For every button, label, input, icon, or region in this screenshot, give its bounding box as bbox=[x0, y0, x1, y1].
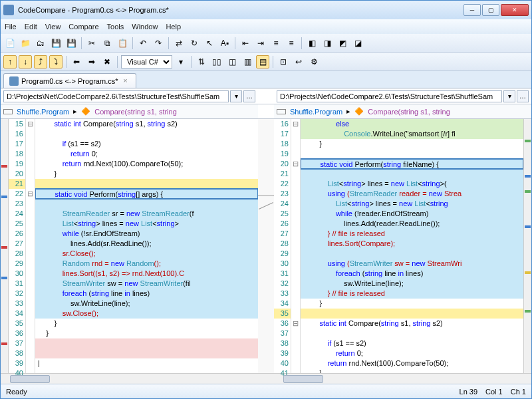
path-row: ▾ … ▾ … bbox=[1, 88, 531, 104]
menu-compare[interactable]: Compare bbox=[68, 23, 98, 31]
right-path-input[interactable] bbox=[277, 90, 502, 102]
method-icon: 🔶 bbox=[81, 107, 90, 116]
right-pane: 1617181920212223242526272829303132333435… bbox=[274, 119, 531, 373]
left-hscroll[interactable] bbox=[1, 374, 258, 384]
right-fold-gutter[interactable]: ⊟⊟⊟ bbox=[291, 119, 301, 373]
copy-right-icon[interactable]: ➡ bbox=[85, 55, 98, 68]
left-marker-strip[interactable] bbox=[1, 119, 9, 373]
outdent-icon[interactable]: ⇤ bbox=[239, 37, 252, 50]
close-button[interactable]: ✕ bbox=[501, 4, 529, 16]
toolbar-compare: ↑ ↓ ⤴ ⤵ ⬅ ➡ ✖ Visual C# ▾ ⇅ ▯▯ ◫ ▥ ▤ ⊡ ↩… bbox=[1, 53, 531, 71]
undo-icon[interactable]: ↶ bbox=[136, 37, 150, 50]
status-line: Ln 39 bbox=[460, 388, 478, 396]
redo-icon[interactable]: ↷ bbox=[152, 37, 165, 50]
menu-window[interactable]: Window bbox=[132, 23, 158, 31]
paste-icon[interactable]: 📋 bbox=[116, 37, 129, 50]
separator bbox=[191, 56, 192, 68]
menu-tools[interactable]: Tools bbox=[107, 23, 124, 31]
refresh-icon[interactable]: ↻ bbox=[188, 37, 201, 50]
status-text: Ready bbox=[6, 388, 460, 396]
menu-edit[interactable]: Edit bbox=[25, 23, 37, 31]
copy-left-icon[interactable]: ⬅ bbox=[70, 55, 83, 68]
dropdown-icon[interactable]: ▾ bbox=[174, 55, 188, 68]
statusbar: Ready Ln 39 Col 1 Ch 1 bbox=[1, 384, 531, 398]
method-icon: 🔶 bbox=[354, 107, 364, 116]
tabbar: Program0.cs <-> Program.cs* × bbox=[1, 71, 531, 88]
prev-diff-icon[interactable]: ↑ bbox=[3, 55, 17, 68]
toolbar-main: 📄 📁 🗂 💾 💾 ✂ ⧉ 📋 ↶ ↷ ⇄ ↻ ↖ A▪ ⇤ ⇥ ≡ ≡ ◧ ◨… bbox=[1, 34, 531, 53]
left-path-cell: ▾ … bbox=[1, 88, 258, 104]
menubar: File Edit View Compare Tools Window Help bbox=[1, 19, 531, 34]
select-icon[interactable]: ↖ bbox=[203, 37, 216, 50]
left-fold-gutter[interactable]: ⊟⊟ bbox=[26, 119, 35, 373]
left-breadcrumb: Shuffle.Program ▸ 🔶 Compare(string s1, s… bbox=[1, 104, 258, 118]
right-namespace[interactable]: Shuffle.Program bbox=[290, 108, 342, 116]
right-code-editor[interactable]: else Console.WriteLine("smartsort [/r] f… bbox=[301, 119, 523, 373]
compare-icon[interactable]: ⇄ bbox=[172, 37, 186, 50]
separator bbox=[273, 56, 273, 68]
separator bbox=[301, 37, 302, 49]
wordwrap-icon[interactable]: ↩ bbox=[292, 55, 305, 68]
horizontal-scrollbars bbox=[1, 373, 531, 384]
layout-vert-icon[interactable]: ▤ bbox=[256, 55, 269, 68]
folder-compare-icon[interactable]: 🗂 bbox=[34, 37, 47, 50]
bookmark-icon[interactable]: ◧ bbox=[305, 37, 319, 50]
menu-file[interactable]: File bbox=[5, 23, 17, 31]
right-hscroll[interactable] bbox=[274, 374, 531, 384]
whitespace-icon[interactable]: ⊡ bbox=[277, 55, 290, 68]
right-path-cell: ▾ … bbox=[274, 88, 531, 104]
right-method[interactable]: Compare(string s1, string bbox=[368, 108, 450, 116]
next-diff-icon[interactable]: ↓ bbox=[19, 55, 32, 68]
layout-horiz-icon[interactable]: ▯▯ bbox=[210, 55, 223, 68]
left-line-numbers: 1516171819202122232425262728293031323334… bbox=[9, 119, 26, 373]
separator bbox=[66, 56, 66, 68]
document-tab[interactable]: Program0.cs <-> Program.cs* × bbox=[3, 73, 136, 88]
window-title: CodeCompare - Program0.cs <-> Program.cs… bbox=[18, 6, 464, 14]
copy-icon[interactable]: ⧉ bbox=[100, 37, 114, 50]
left-namespace[interactable]: Shuffle.Program bbox=[17, 108, 69, 116]
first-diff-icon[interactable]: ⤴ bbox=[34, 55, 47, 68]
layout-3col-icon[interactable]: ▥ bbox=[241, 55, 254, 68]
bookmark-next-icon[interactable]: ◨ bbox=[321, 37, 334, 50]
left-path-input[interactable] bbox=[3, 90, 229, 102]
menu-help[interactable]: Help bbox=[166, 23, 181, 31]
clear-icon[interactable]: ✖ bbox=[100, 55, 114, 68]
sync-scroll-icon[interactable]: ⇅ bbox=[195, 55, 208, 68]
bookmark-clear-icon[interactable]: ◪ bbox=[351, 37, 364, 50]
left-code-editor[interactable]: static int Compare(string s1, string s2)… bbox=[35, 119, 258, 373]
align-right-icon[interactable]: ≡ bbox=[285, 37, 298, 50]
diff-panes: 1516171819202122232425262728293031323334… bbox=[1, 119, 531, 373]
app-icon bbox=[3, 5, 14, 15]
language-combo[interactable]: Visual C# bbox=[121, 55, 172, 68]
tab-label: Program0.cs <-> Program.cs* bbox=[21, 77, 118, 85]
cut-icon[interactable]: ✂ bbox=[85, 37, 98, 50]
right-path-dropdown[interactable]: ▾ bbox=[503, 90, 515, 102]
layout-2col-icon[interactable]: ◫ bbox=[225, 55, 239, 68]
last-diff-icon[interactable]: ⤵ bbox=[49, 55, 63, 68]
menu-view[interactable]: View bbox=[45, 23, 61, 31]
right-path-browse[interactable]: … bbox=[517, 90, 529, 102]
breadcrumb-row: Shuffle.Program ▸ 🔶 Compare(string s1, s… bbox=[1, 104, 531, 119]
align-left-icon[interactable]: ≡ bbox=[269, 37, 283, 50]
right-marker-strip[interactable] bbox=[523, 119, 531, 373]
maximize-button[interactable]: ▢ bbox=[482, 4, 499, 16]
separator bbox=[117, 56, 118, 68]
left-path-browse[interactable]: … bbox=[243, 90, 255, 102]
class-icon bbox=[277, 109, 286, 114]
save-all-icon[interactable]: 💾 bbox=[65, 37, 78, 50]
left-path-dropdown[interactable]: ▾ bbox=[230, 90, 242, 102]
left-method[interactable]: Compare(string s1, string bbox=[94, 108, 177, 116]
document-icon bbox=[9, 76, 19, 86]
status-col: Col 1 bbox=[485, 388, 503, 396]
minimize-button[interactable]: ─ bbox=[464, 4, 481, 16]
new-file-icon[interactable]: 📄 bbox=[3, 37, 17, 50]
save-icon[interactable]: 💾 bbox=[49, 37, 63, 50]
bookmark-prev-icon[interactable]: ◩ bbox=[336, 37, 349, 50]
open-file-icon[interactable]: 📁 bbox=[19, 37, 32, 50]
diff-connector bbox=[258, 119, 274, 373]
close-tab-icon[interactable]: × bbox=[121, 76, 130, 86]
indent-icon[interactable]: ⇥ bbox=[254, 37, 267, 50]
options-icon[interactable]: ⚙ bbox=[307, 55, 321, 68]
font-icon[interactable]: A▪ bbox=[218, 37, 231, 50]
titlebar[interactable]: CodeCompare - Program0.cs <-> Program.cs… bbox=[1, 1, 531, 19]
